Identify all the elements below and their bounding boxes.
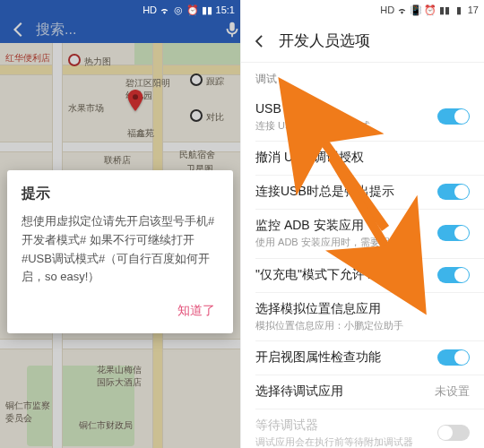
battery-percent: 17	[468, 4, 479, 15]
signal-icon: ▮▮	[202, 4, 213, 16]
location-icon: ◎	[173, 4, 185, 16]
hd-icon: HD	[382, 4, 393, 16]
hd-icon: HD	[144, 4, 156, 16]
row-view-attr[interactable]: 开启视图属性检查功能	[241, 340, 484, 375]
row-title: 选择待调试应用	[255, 383, 428, 400]
wifi-icon	[396, 4, 408, 16]
hint-dialog: 提示 想使用虚拟定位请先开启该型号手机#开发者模式# 如果不行可继续打开#USB…	[7, 170, 233, 333]
page-title: 开发人员选项	[279, 30, 370, 51]
back-icon[interactable]	[250, 32, 268, 50]
row-wait-debugger: 等待调试器 调试应用会在执行前等待附加调试器	[241, 409, 484, 448]
dialog-body: 想使用虚拟定位请先开启该型号手机#开发者模式# 如果不行可继续打开#USB调试模…	[22, 212, 219, 287]
row-adb-install[interactable]: 监控 ADB 安装应用 使用 ADB 安装应用时，需要用户确认	[241, 209, 484, 257]
row-charge-only-adb[interactable]: "仅充电"模式下允许 ADB 调试	[241, 258, 484, 292]
toggle-usb-debug[interactable]	[437, 108, 470, 125]
row-sub: 调试应用会在执行前等待附加调试器	[255, 435, 437, 448]
toggle-wait-debugger	[437, 425, 470, 441]
map-app-pane: HD ◎ ⏰ ▮▮ 15:1 红华便利店 热力图 碧江区阳明 幼儿园 跟踪 水果…	[0, 0, 240, 448]
status-bar-right: HD 📳 ⏰ ▮▮ ▮ 17	[241, 0, 484, 20]
developer-options-pane: HD 📳 ⏰ ▮▮ ▮ 17 开发人员选项 调试 USB 调试 连接 USB 后…	[240, 0, 484, 448]
row-usb-debug[interactable]: USB 调试 连接 USB 后开启调试模式	[241, 92, 484, 141]
row-always-prompt[interactable]: 连接USB时总是弹出提示	[241, 175, 484, 209]
dialog-title: 提示	[22, 185, 219, 203]
signal-icon: ▮▮	[439, 4, 451, 16]
row-value: 未设置	[435, 383, 470, 400]
dialog-ok-button[interactable]: 知道了	[174, 297, 219, 324]
row-title: 等待调试器	[255, 418, 437, 434]
toggle-adb-install[interactable]	[437, 225, 470, 241]
toggle-charge-only[interactable]	[437, 267, 470, 283]
alarm-icon: ⏰	[425, 4, 436, 16]
row-title: 连接USB时总是弹出提示	[255, 184, 437, 200]
row-sub: 连接 USB 后开启调试模式	[255, 119, 437, 132]
toggle-always-prompt[interactable]	[437, 184, 470, 200]
alarm-icon: ⏰	[187, 4, 199, 16]
section-label: 调试	[241, 63, 484, 92]
vibrate-icon: 📳	[411, 4, 422, 16]
wifi-icon	[159, 4, 170, 16]
row-title: "仅充电"模式下允许 ADB 调试	[255, 267, 437, 283]
toggle-view-attr[interactable]	[437, 349, 470, 366]
status-bar-left: HD ◎ ⏰ ▮▮ 15:1	[0, 0, 240, 20]
settings-list[interactable]: 调试 USB 调试 连接 USB 后开启调试模式 撤消 USB 调试授权 连接U…	[241, 63, 484, 448]
row-title: 选择模拟位置信息应用	[255, 301, 470, 317]
row-sub: 使用 ADB 安装应用时，需要用户确认	[255, 236, 437, 248]
row-title: 监控 ADB 安装应用	[255, 218, 437, 234]
row-sub: 模拟位置信息应用：小鹏定位助手	[255, 319, 470, 332]
row-title: 开启视图属性检查功能	[255, 349, 437, 366]
row-revoke-auth[interactable]: 撤消 USB 调试授权	[241, 141, 484, 175]
row-mock-location[interactable]: 选择模拟位置信息应用 模拟位置信息应用：小鹏定位助手	[241, 292, 484, 340]
row-title: 撤消 USB 调试授权	[255, 150, 470, 166]
settings-header: 开发人员选项	[241, 20, 484, 63]
status-time: 15:1	[216, 4, 235, 15]
row-select-debug-app[interactable]: 选择待调试应用 未设置	[241, 375, 484, 409]
row-title: USB 调试	[255, 101, 437, 117]
battery-icon: ▮	[454, 4, 465, 16]
